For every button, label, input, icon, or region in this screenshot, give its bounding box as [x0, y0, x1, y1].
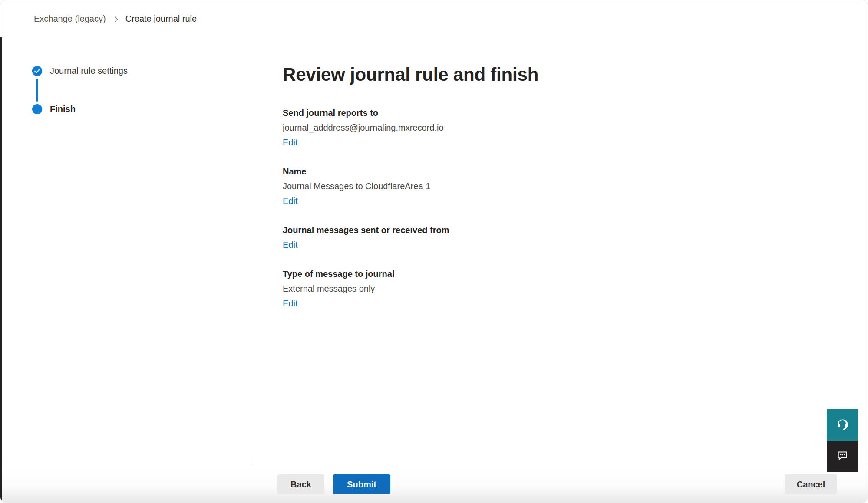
section-send-journal-reports-to: Send journal reports to journal_adddress…: [283, 107, 868, 148]
chat-dots-icon: [836, 449, 849, 464]
headset-icon: [835, 418, 849, 433]
breadcrumb-exchange-legacy-link[interactable]: Exchange (legacy): [34, 14, 106, 24]
step-connector-line: [36, 79, 38, 102]
breadcrumb-current-page: Create journal rule: [125, 14, 197, 24]
cancel-button[interactable]: Cancel: [785, 474, 837, 494]
wizard-step-label: Finish: [50, 104, 76, 114]
chevron-right-icon: [113, 16, 119, 23]
content-band: Journal rule settings Finish Review jour…: [0, 38, 868, 464]
section-message-type: Type of message to journal External mess…: [283, 268, 868, 309]
wizard-step-label: Journal rule settings: [50, 66, 128, 76]
step-completed-check-icon: [32, 66, 43, 76]
support-button[interactable]: [827, 409, 858, 441]
wizard-steps-panel: Journal rule settings Finish: [0, 38, 251, 464]
footer-action-bar: Back Submit Cancel: [0, 464, 868, 503]
section-journal-messages-scope: Journal messages sent or received from E…: [283, 224, 868, 251]
edit-name-link[interactable]: Edit: [283, 195, 297, 207]
section-label: Type of message to journal: [283, 268, 868, 280]
section-name: Name Journal Messages to CloudflareArea …: [283, 165, 868, 207]
review-panel: Review journal rule and finish Send jour…: [251, 38, 868, 464]
step-current-dot-icon: [32, 104, 43, 115]
page-title: Review journal rule and finish: [283, 62, 868, 87]
section-label: Journal messages sent or received from: [283, 224, 868, 236]
section-value: External messages only: [283, 283, 868, 295]
edit-send-journal-reports-link[interactable]: Edit: [283, 136, 297, 148]
submit-button[interactable]: Submit: [333, 474, 390, 494]
edit-message-type-link[interactable]: Edit: [283, 297, 297, 309]
window-left-edge: [0, 37, 2, 503]
wizard-step-finish[interactable]: Finish: [32, 104, 76, 115]
feedback-button[interactable]: [827, 441, 858, 472]
back-button[interactable]: Back: [277, 474, 324, 494]
section-value: journal_adddress@journaling.mxrecord.io: [283, 122, 868, 134]
breadcrumb: Exchange (legacy) Create journal rule: [0, 0, 868, 37]
section-label: Name: [283, 165, 868, 178]
wizard-step-journal-rule-settings[interactable]: Journal rule settings: [32, 66, 128, 76]
floating-side-panel: [827, 409, 858, 472]
section-label: Send journal reports to: [283, 107, 868, 119]
create-journal-rule-window: Exchange (legacy) Create journal rule Jo…: [0, 0, 868, 503]
edit-journal-messages-scope-link[interactable]: Edit: [283, 239, 297, 251]
review-sections: Send journal reports to journal_adddress…: [283, 107, 868, 309]
section-value: Journal Messages to CloudflareArea 1: [283, 180, 868, 192]
